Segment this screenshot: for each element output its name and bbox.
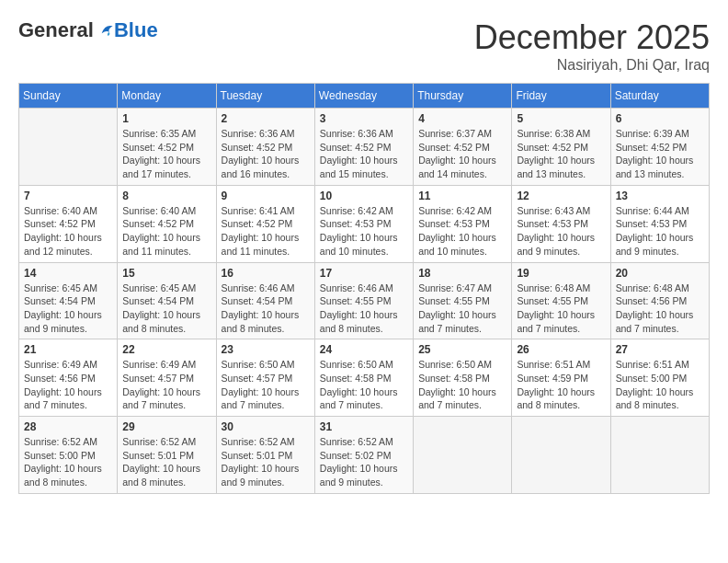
calendar-cell: 6Sunrise: 6:39 AM Sunset: 4:52 PM Daylig…: [610, 109, 709, 186]
calendar-cell: 14Sunrise: 6:45 AM Sunset: 4:54 PM Dayli…: [19, 262, 118, 339]
calendar-cell: 5Sunrise: 6:38 AM Sunset: 4:52 PM Daylig…: [512, 109, 610, 186]
day-info: Sunrise: 6:37 AM Sunset: 4:52 PM Dayligh…: [418, 127, 506, 181]
logo-general: General: [18, 18, 94, 42]
day-info: Sunrise: 6:48 AM Sunset: 4:55 PM Dayligh…: [517, 282, 605, 336]
day-number: 21: [24, 343, 112, 356]
day-number: 19: [517, 267, 605, 280]
calendar-cell: 13Sunrise: 6:44 AM Sunset: 4:53 PM Dayli…: [610, 185, 709, 262]
day-info: Sunrise: 6:39 AM Sunset: 4:52 PM Dayligh…: [616, 127, 704, 181]
calendar-cell: 23Sunrise: 6:50 AM Sunset: 4:57 PM Dayli…: [216, 339, 314, 417]
calendar-cell: 4Sunrise: 6:37 AM Sunset: 4:52 PM Daylig…: [414, 109, 512, 186]
day-number: 14: [24, 267, 112, 280]
day-number: 4: [418, 112, 506, 125]
day-number: 10: [320, 190, 408, 202]
logo: General Blue: [18, 18, 158, 42]
day-info: Sunrise: 6:35 AM Sunset: 4:52 PM Dayligh…: [122, 127, 210, 181]
calendar-cell: 7Sunrise: 6:40 AM Sunset: 4:52 PM Daylig…: [19, 185, 118, 262]
day-number: 30: [222, 420, 310, 433]
calendar-cell: 12Sunrise: 6:43 AM Sunset: 4:53 PM Dayli…: [512, 185, 610, 262]
day-info: Sunrise: 6:41 AM Sunset: 4:52 PM Dayligh…: [222, 204, 310, 259]
day-number: 26: [517, 343, 605, 356]
day-number: 28: [24, 420, 112, 433]
day-number: 11: [418, 190, 506, 202]
calendar-cell: 26Sunrise: 6:51 AM Sunset: 4:59 PM Dayli…: [512, 339, 610, 417]
day-number: 8: [122, 190, 210, 202]
day-number: 17: [320, 267, 408, 280]
calendar-cell: 3Sunrise: 6:36 AM Sunset: 4:52 PM Daylig…: [314, 109, 413, 186]
calendar-cell: 21Sunrise: 6:49 AM Sunset: 4:56 PM Dayli…: [19, 339, 118, 417]
calendar-cell: 31Sunrise: 6:52 AM Sunset: 5:02 PM Dayli…: [314, 417, 413, 494]
calendar-cell: 22Sunrise: 6:49 AM Sunset: 4:57 PM Dayli…: [118, 339, 216, 417]
day-info: Sunrise: 6:50 AM Sunset: 4:58 PM Dayligh…: [320, 358, 408, 412]
calendar-cell: [512, 417, 610, 494]
day-info: Sunrise: 6:42 AM Sunset: 4:53 PM Dayligh…: [418, 204, 506, 259]
day-number: 5: [517, 112, 605, 125]
day-header-sunday: Sunday: [19, 84, 118, 109]
calendar-cell: 9Sunrise: 6:41 AM Sunset: 4:52 PM Daylig…: [216, 185, 314, 262]
calendar-cell: 18Sunrise: 6:47 AM Sunset: 4:55 PM Dayli…: [414, 262, 512, 339]
calendar-cell: 15Sunrise: 6:45 AM Sunset: 4:54 PM Dayli…: [118, 262, 216, 339]
day-header-tuesday: Tuesday: [216, 84, 314, 109]
day-number: 18: [418, 267, 506, 280]
day-info: Sunrise: 6:40 AM Sunset: 4:52 PM Dayligh…: [122, 204, 210, 259]
day-number: 15: [122, 267, 210, 280]
calendar-cell: 20Sunrise: 6:48 AM Sunset: 4:56 PM Dayli…: [610, 262, 709, 339]
day-info: Sunrise: 6:52 AM Sunset: 5:01 PM Dayligh…: [122, 435, 210, 489]
calendar-week-row: 1Sunrise: 6:35 AM Sunset: 4:52 PM Daylig…: [19, 109, 710, 186]
day-number: 16: [222, 267, 310, 280]
day-number: 13: [616, 190, 704, 202]
day-number: 20: [616, 267, 704, 280]
day-info: Sunrise: 6:48 AM Sunset: 4:56 PM Dayligh…: [616, 282, 704, 336]
day-number: 2: [222, 112, 310, 125]
day-number: 27: [616, 343, 704, 356]
calendar-cell: [414, 417, 512, 494]
day-info: Sunrise: 6:52 AM Sunset: 5:00 PM Dayligh…: [24, 435, 112, 489]
day-number: 31: [320, 420, 408, 433]
day-info: Sunrise: 6:46 AM Sunset: 4:55 PM Dayligh…: [320, 282, 408, 336]
day-info: Sunrise: 6:43 AM Sunset: 4:53 PM Dayligh…: [517, 204, 605, 259]
logo-bird-icon: [96, 21, 114, 40]
day-info: Sunrise: 6:51 AM Sunset: 4:59 PM Dayligh…: [517, 358, 605, 412]
day-number: 24: [320, 343, 408, 356]
day-header-saturday: Saturday: [610, 84, 709, 109]
day-header-wednesday: Wednesday: [314, 84, 413, 109]
calendar-week-row: 28Sunrise: 6:52 AM Sunset: 5:00 PM Dayli…: [19, 417, 710, 494]
calendar-week-row: 21Sunrise: 6:49 AM Sunset: 4:56 PM Dayli…: [19, 339, 710, 417]
day-info: Sunrise: 6:49 AM Sunset: 4:57 PM Dayligh…: [122, 358, 210, 412]
calendar-cell: 1Sunrise: 6:35 AM Sunset: 4:52 PM Daylig…: [118, 109, 216, 186]
calendar-cell: 29Sunrise: 6:52 AM Sunset: 5:01 PM Dayli…: [118, 417, 216, 494]
calendar-cell: [19, 109, 118, 186]
calendar-cell: 17Sunrise: 6:46 AM Sunset: 4:55 PM Dayli…: [314, 262, 413, 339]
location-subtitle: Nasiriyah, Dhi Qar, Iraq: [474, 57, 710, 74]
day-header-friday: Friday: [512, 84, 610, 109]
day-number: 6: [616, 112, 704, 125]
day-info: Sunrise: 6:38 AM Sunset: 4:52 PM Dayligh…: [517, 127, 605, 181]
day-info: Sunrise: 6:42 AM Sunset: 4:53 PM Dayligh…: [320, 204, 408, 259]
day-header-thursday: Thursday: [414, 84, 512, 109]
day-number: 25: [418, 343, 506, 356]
day-info: Sunrise: 6:47 AM Sunset: 4:55 PM Dayligh…: [418, 282, 506, 336]
day-number: 12: [517, 190, 605, 202]
title-block: December 2025 Nasiriyah, Dhi Qar, Iraq: [474, 18, 710, 74]
day-number: 7: [24, 190, 112, 202]
calendar-cell: 28Sunrise: 6:52 AM Sunset: 5:00 PM Dayli…: [19, 417, 118, 494]
calendar-cell: 19Sunrise: 6:48 AM Sunset: 4:55 PM Dayli…: [512, 262, 610, 339]
day-number: 9: [222, 190, 310, 202]
calendar-cell: 30Sunrise: 6:52 AM Sunset: 5:01 PM Dayli…: [216, 417, 314, 494]
calendar-cell: 8Sunrise: 6:40 AM Sunset: 4:52 PM Daylig…: [118, 185, 216, 262]
day-number: 1: [122, 112, 210, 125]
day-info: Sunrise: 6:51 AM Sunset: 5:00 PM Dayligh…: [616, 358, 704, 412]
calendar-cell: 10Sunrise: 6:42 AM Sunset: 4:53 PM Dayli…: [314, 185, 413, 262]
calendar-cell: 11Sunrise: 6:42 AM Sunset: 4:53 PM Dayli…: [414, 185, 512, 262]
calendar-week-row: 7Sunrise: 6:40 AM Sunset: 4:52 PM Daylig…: [19, 185, 710, 262]
day-info: Sunrise: 6:50 AM Sunset: 4:58 PM Dayligh…: [418, 358, 506, 412]
calendar-cell: 2Sunrise: 6:36 AM Sunset: 4:52 PM Daylig…: [216, 109, 314, 186]
calendar-cell: 16Sunrise: 6:46 AM Sunset: 4:54 PM Dayli…: [216, 262, 314, 339]
page-header: General Blue December 2025 Nasiriyah, Dh…: [18, 18, 710, 74]
calendar-table: SundayMondayTuesdayWednesdayThursdayFrid…: [18, 83, 710, 494]
day-number: 3: [320, 112, 408, 125]
logo-blue: Blue: [114, 18, 158, 42]
day-info: Sunrise: 6:44 AM Sunset: 4:53 PM Dayligh…: [616, 204, 704, 259]
day-number: 23: [222, 343, 310, 356]
day-info: Sunrise: 6:49 AM Sunset: 4:56 PM Dayligh…: [24, 358, 112, 412]
